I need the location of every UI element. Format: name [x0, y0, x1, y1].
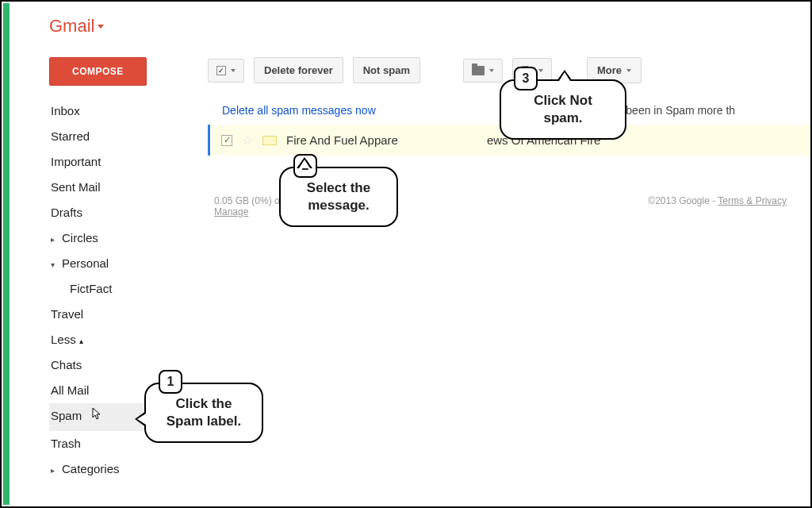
spam-label: Spam: [51, 409, 82, 422]
sidebar-item-chats[interactable]: Chats: [49, 352, 208, 378]
not-spam-button[interactable]: Not spam: [353, 57, 420, 83]
checkbox-icon: ✓: [216, 66, 226, 75]
callout-2: 2 Select the message.: [279, 167, 398, 227]
delete-forever-button[interactable]: Delete forever: [254, 57, 343, 83]
callout-number: 3: [514, 67, 538, 90]
message-sender: Fire And Fuel Appare: [286, 133, 398, 147]
importance-marker-icon[interactable]: [262, 136, 277, 145]
star-icon[interactable]: ☆: [242, 133, 253, 148]
less-label: Less: [51, 333, 76, 346]
sidebar-item-categories[interactable]: Categories: [49, 456, 208, 482]
sidebar-item-inbox[interactable]: Inbox: [49, 98, 208, 124]
callout-tail-icon: [297, 157, 312, 168]
callout-text: Select the message.: [307, 180, 370, 213]
callout-text: Click the Spam label.: [167, 396, 241, 429]
sidebar-item-personal[interactable]: Personal: [49, 251, 208, 276]
move-to-dropdown[interactable]: [463, 59, 503, 83]
message-checkbox[interactable]: ✓: [221, 135, 232, 146]
manage-storage-link[interactable]: Manage: [214, 206, 248, 217]
callout-tail-icon: [557, 70, 573, 81]
sidebar-item-sent[interactable]: Sent Mail: [49, 175, 208, 200]
callout-3: 3 Click Not spam.: [500, 79, 626, 140]
select-all-dropdown[interactable]: ✓: [208, 59, 244, 83]
caret-down-icon: [538, 69, 543, 72]
caret-down-icon: [231, 69, 236, 72]
sidebar-item-fictfact[interactable]: FictFact: [49, 276, 208, 302]
sidebar-item-less[interactable]: Less ▴: [49, 327, 208, 352]
callout-number: 1: [159, 370, 182, 394]
window-accent-bar: [3, 3, 10, 505]
sidebar-item-important[interactable]: Important: [49, 149, 208, 175]
caret-up-icon: ▴: [79, 337, 83, 345]
caret-down-icon: [489, 69, 494, 72]
brand-label: Gmail: [49, 16, 94, 37]
caret-down-icon: [98, 25, 104, 29]
caret-down-icon: [626, 69, 631, 72]
callout-text: Click Not spam.: [534, 93, 592, 125]
banner-text: e been in Spam more th: [617, 104, 735, 117]
compose-button[interactable]: COMPOSE: [49, 57, 147, 86]
gmail-brand-dropdown[interactable]: Gmail: [49, 16, 810, 37]
terms-privacy-link[interactable]: Terms & Privacy: [718, 195, 787, 206]
sidebar-item-travel[interactable]: Travel: [49, 302, 208, 327]
more-label: More: [597, 64, 622, 76]
sidebar-item-circles[interactable]: Circles: [49, 225, 208, 251]
copyright-text: ©2013 Google -: [648, 195, 718, 206]
callout-tail-icon: [135, 411, 146, 427]
sidebar-item-drafts[interactable]: Drafts: [49, 200, 208, 225]
folder-icon: [472, 66, 485, 75]
sidebar-item-starred[interactable]: Starred: [49, 124, 208, 149]
cursor-pointer-icon: [90, 406, 102, 428]
delete-all-spam-link[interactable]: Delete all spam messages now: [222, 104, 376, 117]
callout-1: 1 Click the Spam label.: [144, 383, 263, 443]
